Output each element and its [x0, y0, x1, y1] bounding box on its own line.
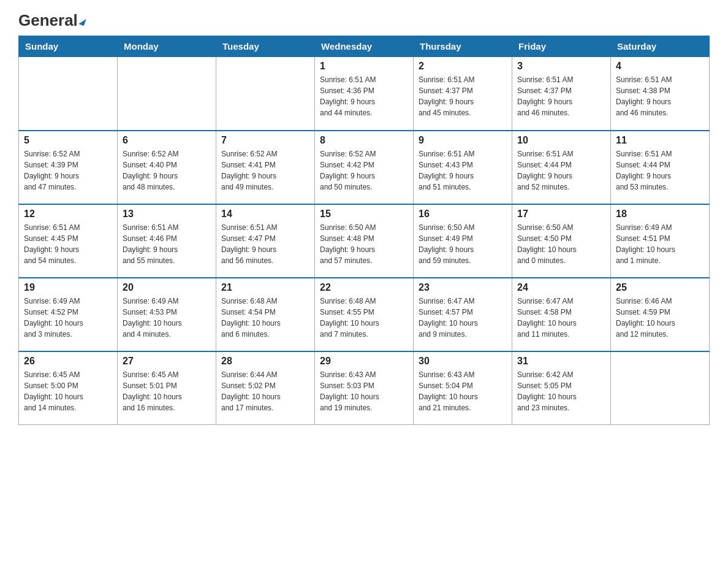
day-info: Sunrise: 6:51 AMSunset: 4:38 PMDaylight:…	[616, 74, 704, 118]
calendar-cell	[19, 57, 118, 131]
calendar-cell: 22Sunrise: 6:48 AMSunset: 4:55 PMDayligh…	[315, 278, 414, 351]
weekday-header-thursday: Thursday	[414, 36, 512, 57]
day-number: 19	[24, 282, 112, 293]
calendar-cell: 24Sunrise: 6:47 AMSunset: 4:58 PMDayligh…	[512, 278, 611, 351]
day-info: Sunrise: 6:50 AMSunset: 4:48 PMDaylight:…	[320, 222, 408, 266]
day-info: Sunrise: 6:43 AMSunset: 5:03 PMDaylight:…	[320, 369, 408, 413]
day-number: 10	[517, 135, 605, 146]
day-info: Sunrise: 6:50 AMSunset: 4:49 PMDaylight:…	[419, 222, 507, 266]
day-info: Sunrise: 6:42 AMSunset: 5:05 PMDaylight:…	[517, 369, 605, 413]
calendar-cell: 2Sunrise: 6:51 AMSunset: 4:37 PMDaylight…	[414, 57, 512, 131]
weekday-header-saturday: Saturday	[611, 36, 710, 57]
day-info: Sunrise: 6:52 AMSunset: 4:42 PMDaylight:…	[320, 148, 408, 193]
day-info: Sunrise: 6:47 AMSunset: 4:58 PMDaylight:…	[517, 296, 605, 340]
day-number: 6	[123, 135, 211, 146]
page-header: General	[18, 12, 710, 29]
weekday-header-tuesday: Tuesday	[216, 36, 315, 57]
day-info: Sunrise: 6:51 AMSunset: 4:43 PMDaylight:…	[419, 148, 507, 193]
weekday-header-sunday: Sunday	[19, 36, 118, 57]
calendar-cell: 3Sunrise: 6:51 AMSunset: 4:37 PMDaylight…	[512, 57, 611, 131]
calendar-cell	[118, 57, 216, 131]
day-info: Sunrise: 6:46 AMSunset: 4:59 PMDaylight:…	[616, 296, 704, 340]
calendar-cell: 14Sunrise: 6:51 AMSunset: 4:47 PMDayligh…	[216, 204, 315, 278]
day-number: 5	[24, 135, 112, 146]
day-number: 30	[419, 356, 507, 367]
day-info: Sunrise: 6:52 AMSunset: 4:40 PMDaylight:…	[123, 148, 211, 193]
day-info: Sunrise: 6:49 AMSunset: 4:52 PMDaylight:…	[24, 296, 112, 340]
calendar-cell: 15Sunrise: 6:50 AMSunset: 4:48 PMDayligh…	[315, 204, 414, 278]
day-info: Sunrise: 6:51 AMSunset: 4:45 PMDaylight:…	[24, 222, 112, 266]
calendar-cell: 7Sunrise: 6:52 AMSunset: 4:41 PMDaylight…	[216, 131, 315, 204]
calendar-cell: 27Sunrise: 6:45 AMSunset: 5:01 PMDayligh…	[118, 351, 216, 425]
calendar-cell: 31Sunrise: 6:42 AMSunset: 5:05 PMDayligh…	[512, 351, 611, 425]
calendar-table: SundayMondayTuesdayWednesdayThursdayFrid…	[18, 36, 710, 425]
calendar-cell: 26Sunrise: 6:45 AMSunset: 5:00 PMDayligh…	[19, 351, 118, 425]
day-number: 22	[320, 282, 408, 293]
calendar-cell: 16Sunrise: 6:50 AMSunset: 4:49 PMDayligh…	[414, 204, 512, 278]
calendar-cell: 30Sunrise: 6:43 AMSunset: 5:04 PMDayligh…	[414, 351, 512, 425]
day-info: Sunrise: 6:49 AMSunset: 4:53 PMDaylight:…	[123, 296, 211, 340]
day-info: Sunrise: 6:44 AMSunset: 5:02 PMDaylight:…	[221, 369, 309, 413]
day-number: 8	[320, 135, 408, 146]
calendar-cell: 8Sunrise: 6:52 AMSunset: 4:42 PMDaylight…	[315, 131, 414, 204]
day-number: 28	[221, 356, 309, 367]
calendar-week-row: 19Sunrise: 6:49 AMSunset: 4:52 PMDayligh…	[19, 278, 710, 351]
day-number: 3	[517, 61, 605, 72]
day-number: 26	[24, 356, 112, 367]
day-number: 18	[616, 209, 704, 220]
calendar-week-row: 1Sunrise: 6:51 AMSunset: 4:36 PMDaylight…	[19, 57, 710, 131]
day-info: Sunrise: 6:48 AMSunset: 4:54 PMDaylight:…	[221, 296, 309, 340]
day-info: Sunrise: 6:51 AMSunset: 4:37 PMDaylight:…	[517, 74, 605, 118]
day-number: 23	[419, 282, 507, 293]
logo: General	[18, 12, 85, 29]
day-number: 27	[123, 356, 211, 367]
day-number: 15	[320, 209, 408, 220]
calendar-cell: 21Sunrise: 6:48 AMSunset: 4:54 PMDayligh…	[216, 278, 315, 351]
calendar-cell: 13Sunrise: 6:51 AMSunset: 4:46 PMDayligh…	[118, 204, 216, 278]
calendar-cell: 29Sunrise: 6:43 AMSunset: 5:03 PMDayligh…	[315, 351, 414, 425]
calendar-cell: 20Sunrise: 6:49 AMSunset: 4:53 PMDayligh…	[118, 278, 216, 351]
calendar-cell: 28Sunrise: 6:44 AMSunset: 5:02 PMDayligh…	[216, 351, 315, 425]
calendar-cell: 25Sunrise: 6:46 AMSunset: 4:59 PMDayligh…	[611, 278, 710, 351]
day-number: 20	[123, 282, 211, 293]
day-number: 13	[123, 209, 211, 220]
day-info: Sunrise: 6:51 AMSunset: 4:47 PMDaylight:…	[221, 222, 309, 266]
day-number: 9	[419, 135, 507, 146]
day-number: 1	[320, 61, 408, 72]
weekday-header-monday: Monday	[118, 36, 216, 57]
day-info: Sunrise: 6:51 AMSunset: 4:44 PMDaylight:…	[616, 148, 704, 193]
day-info: Sunrise: 6:50 AMSunset: 4:50 PMDaylight:…	[517, 222, 605, 266]
calendar-cell: 11Sunrise: 6:51 AMSunset: 4:44 PMDayligh…	[611, 131, 710, 204]
day-number: 17	[517, 209, 605, 220]
calendar-week-row: 12Sunrise: 6:51 AMSunset: 4:45 PMDayligh…	[19, 204, 710, 278]
day-number: 24	[517, 282, 605, 293]
day-number: 2	[419, 61, 507, 72]
day-number: 21	[221, 282, 309, 293]
day-number: 14	[221, 209, 309, 220]
day-info: Sunrise: 6:49 AMSunset: 4:51 PMDaylight:…	[616, 222, 704, 266]
day-number: 16	[419, 209, 507, 220]
day-info: Sunrise: 6:51 AMSunset: 4:36 PMDaylight:…	[320, 74, 408, 118]
calendar-cell: 10Sunrise: 6:51 AMSunset: 4:44 PMDayligh…	[512, 131, 611, 204]
weekday-header-wednesday: Wednesday	[315, 36, 414, 57]
calendar-cell: 1Sunrise: 6:51 AMSunset: 4:36 PMDaylight…	[315, 57, 414, 131]
day-info: Sunrise: 6:52 AMSunset: 4:41 PMDaylight:…	[221, 148, 309, 193]
day-number: 12	[24, 209, 112, 220]
calendar-cell: 9Sunrise: 6:51 AMSunset: 4:43 PMDaylight…	[414, 131, 512, 204]
logo-general-text: General	[18, 12, 85, 28]
calendar-cell: 5Sunrise: 6:52 AMSunset: 4:39 PMDaylight…	[19, 131, 118, 204]
day-number: 7	[221, 135, 309, 146]
calendar-cell	[216, 57, 315, 131]
weekday-header-friday: Friday	[512, 36, 611, 57]
day-info: Sunrise: 6:51 AMSunset: 4:46 PMDaylight:…	[123, 222, 211, 266]
calendar-cell: 6Sunrise: 6:52 AMSunset: 4:40 PMDaylight…	[118, 131, 216, 204]
calendar-header-row: SundayMondayTuesdayWednesdayThursdayFrid…	[19, 36, 710, 57]
calendar-cell	[611, 351, 710, 425]
calendar-cell: 4Sunrise: 6:51 AMSunset: 4:38 PMDaylight…	[611, 57, 710, 131]
calendar-cell: 12Sunrise: 6:51 AMSunset: 4:45 PMDayligh…	[19, 204, 118, 278]
day-number: 4	[616, 61, 704, 72]
day-info: Sunrise: 6:43 AMSunset: 5:04 PMDaylight:…	[419, 369, 507, 413]
calendar-cell: 19Sunrise: 6:49 AMSunset: 4:52 PMDayligh…	[19, 278, 118, 351]
day-number: 25	[616, 282, 704, 293]
day-info: Sunrise: 6:45 AMSunset: 5:01 PMDaylight:…	[123, 369, 211, 413]
